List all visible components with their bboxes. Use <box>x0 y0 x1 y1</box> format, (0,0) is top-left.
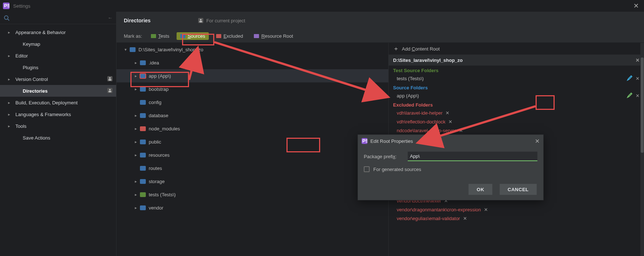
mark-resource-chip[interactable]: Resource Root <box>250 32 297 40</box>
folder-icon <box>140 140 146 144</box>
remove-icon[interactable]: ✕ <box>448 119 452 125</box>
svg-line-3 <box>8 19 9 21</box>
tree-item[interactable]: ▸resources <box>116 148 388 162</box>
tree-item[interactable]: ▸app (App\) <box>116 69 388 82</box>
search-icon <box>4 15 10 21</box>
tree-item[interactable]: config <box>116 96 388 109</box>
mark-excluded-chip[interactable]: Excluded <box>212 32 247 40</box>
dialog-close-icon[interactable]: ✕ <box>535 138 540 145</box>
dialog-title: Edit Root Properties <box>370 138 413 144</box>
search-row[interactable]: ← <box>0 12 116 24</box>
tree-item[interactable]: ▸tests (Tests\) <box>116 188 388 201</box>
cancel-button[interactable]: CANCEL <box>500 184 537 195</box>
project-scope-icon <box>107 88 112 94</box>
content-header: Directories For current project <box>116 12 644 29</box>
remove-icon[interactable]: ✕ <box>445 110 449 116</box>
mark-as-label: Mark as: <box>124 33 142 39</box>
excluded-folder-item[interactable]: vdh\laravel-ide-helper✕ <box>389 108 644 117</box>
mark-sources-chip[interactable]: Sources <box>177 32 209 40</box>
close-icon[interactable]: ✕ <box>631 2 641 10</box>
sidebar-item-directories[interactable]: Directories <box>0 85 116 97</box>
folder-icon <box>140 205 146 210</box>
project-scope-icon <box>107 76 112 82</box>
remove-icon[interactable]: ✕ <box>636 76 640 81</box>
excluded-folder-icon <box>216 34 221 38</box>
excluded-folder-item[interactable]: vdh\reflection-docblock✕ <box>389 117 644 126</box>
generated-label: For generated sources <box>373 167 421 172</box>
edit-icon[interactable] <box>627 92 633 99</box>
folder-icon <box>140 179 146 184</box>
svg-rect-9 <box>108 91 111 92</box>
edit-root-dialog: PS Edit Root Properties ✕ Package prefix… <box>358 134 544 200</box>
settings-sidebar: ← ▸Appearance & Behavior Keymap ▸Editor … <box>0 12 116 256</box>
tree-item[interactable]: ▸.idea <box>116 56 388 69</box>
sidebar-item-save-actions[interactable]: Save Actions <box>0 132 116 144</box>
folder-icon <box>140 60 146 65</box>
tree-item[interactable]: ▸database <box>116 109 388 122</box>
package-prefix-input[interactable] <box>408 152 537 161</box>
svg-rect-6 <box>108 79 111 81</box>
ok-button[interactable]: OK <box>469 184 492 195</box>
sources-folder-icon <box>180 34 185 38</box>
sidebar-item-plugins[interactable]: Plugins <box>0 62 116 73</box>
tests-folder-icon <box>151 34 156 38</box>
tree-root[interactable]: ▾D:\Sites_laravel\vinyl_shop_zo <box>116 43 388 56</box>
content-root-row[interactable]: D:\Sites_laravel\vinyl_shop_zo✕ <box>389 55 644 66</box>
back-arrow-icon[interactable]: ← <box>108 15 112 21</box>
tree-item[interactable]: ▸node_modules <box>116 122 388 135</box>
phpstorm-icon: PS <box>3 3 10 9</box>
scrollbar[interactable] <box>640 43 644 256</box>
remove-root-icon[interactable]: ✕ <box>636 57 640 63</box>
svg-point-2 <box>4 16 8 19</box>
titlebar: PS Settings ✕ <box>0 0 644 12</box>
project-scope-note: For current project <box>198 18 245 23</box>
tree-item[interactable]: ▸storage <box>116 175 388 188</box>
test-folders-header: Test Source Folders <box>389 66 644 74</box>
remove-icon[interactable]: ✕ <box>459 128 463 133</box>
sidebar-item-version-control[interactable]: ▸Version Control <box>0 73 116 85</box>
phpstorm-icon: PS <box>362 138 367 144</box>
remove-icon[interactable]: ✕ <box>463 216 467 221</box>
add-content-root[interactable]: ＋Add Content Root <box>389 43 644 55</box>
mark-tests-chip[interactable]: Tests <box>147 32 173 40</box>
sidebar-item-editor[interactable]: ▸Editor <box>0 50 116 62</box>
sidebar-item-build[interactable]: ▸Build, Execution, Deployment <box>0 97 116 108</box>
tree-item[interactable]: ▸bootstrap <box>116 82 388 96</box>
folder-icon <box>140 100 146 105</box>
tree-item[interactable]: routes <box>116 162 388 175</box>
folder-icon <box>140 153 146 157</box>
excluded-folder-item[interactable]: vendor\dragonmantank\cron-expression✕ <box>389 205 644 214</box>
tree-item[interactable]: ▸vendor <box>116 201 388 214</box>
svg-point-11 <box>200 19 201 21</box>
excluded-folder-item[interactable]: vendor\egulias\email-validator✕ <box>389 214 644 223</box>
window-title: Settings <box>13 3 30 9</box>
project-scope-icon <box>198 18 203 23</box>
sidebar-item-appearance[interactable]: ▸Appearance & Behavior <box>0 26 116 38</box>
tree-item[interactable]: ▸public <box>116 135 388 148</box>
page-title: Directories <box>124 18 151 23</box>
folder-icon <box>140 87 146 92</box>
source-folders-header: Source Folders <box>389 83 644 91</box>
content-area: Directories For current project Mark as:… <box>116 12 644 256</box>
plus-icon: ＋ <box>393 45 399 53</box>
folder-icon <box>130 47 136 52</box>
test-folder-item[interactable]: tests (Tests\) ✕ <box>389 74 644 83</box>
sidebar-item-languages[interactable]: ▸Languages & Frameworks <box>0 108 116 120</box>
dialog-titlebar: PS Edit Root Properties ✕ <box>358 135 543 147</box>
generated-checkbox[interactable] <box>364 166 370 172</box>
resource-folder-icon <box>254 34 259 38</box>
directory-tree[interactable]: ▾D:\Sites_laravel\vinyl_shop_zo ▸.idea▸a… <box>116 43 388 256</box>
mark-as-row: Mark as: Tests Sources Excluded Resource… <box>116 29 644 42</box>
remove-icon[interactable]: ✕ <box>484 207 488 212</box>
source-folder-item[interactable]: app (App\) ✕ <box>389 91 644 100</box>
excluded-folder-item[interactable]: ndcode\laravel-dump-server✕ <box>389 126 644 135</box>
folder-icon <box>140 113 146 118</box>
sidebar-item-tools[interactable]: ▸Tools <box>0 120 116 132</box>
remove-icon[interactable]: ✕ <box>636 93 640 99</box>
prefix-label: Package prefix: <box>364 154 408 159</box>
sidebar-item-keymap[interactable]: Keymap <box>0 38 116 50</box>
svg-point-5 <box>109 77 111 78</box>
edit-icon[interactable] <box>627 75 633 82</box>
svg-text:PS: PS <box>4 3 10 8</box>
folder-icon <box>140 74 146 78</box>
